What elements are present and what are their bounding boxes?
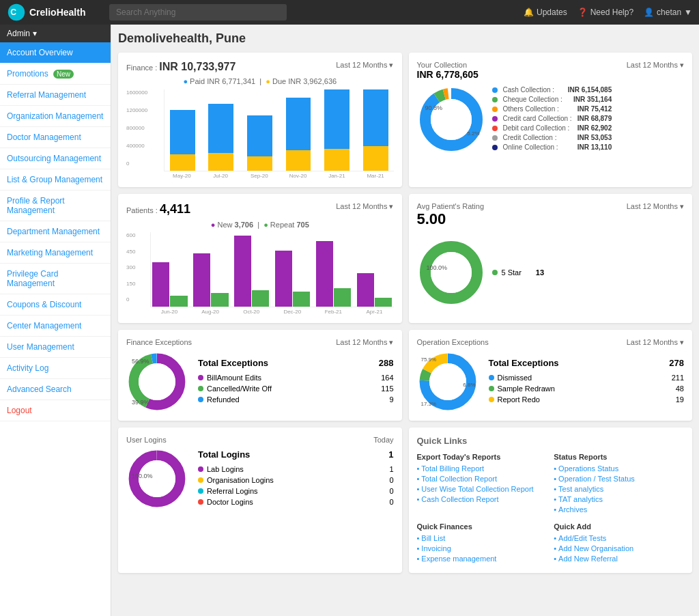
sidebar-item-profile-report[interactable]: Profile & Report Management <box>0 191 111 221</box>
user-icon: 👤 <box>644 8 654 17</box>
svg-text:C: C <box>10 8 16 17</box>
ql-total-billing[interactable]: Total Billing Report <box>417 464 547 473</box>
ql-tat-analytics[interactable]: TAT analytics <box>554 495 684 503</box>
rating-legend: 5 Star 13 <box>492 268 545 277</box>
user-logins-donut: 100.0% <box>126 448 188 509</box>
sidebar-item-organization[interactable]: Organization Management <box>0 106 111 127</box>
quick-links-title: Quick Links <box>417 436 685 446</box>
updates-button[interactable]: 🔔 Updates <box>524 8 567 17</box>
patients-period[interactable]: Last 12 Months ▾ <box>336 202 393 211</box>
sidebar-item-coupons[interactable]: Coupons & Discount <box>0 294 111 316</box>
sidebar-item-marketing[interactable]: Marketing Management <box>0 242 111 264</box>
operation-exceptions-label: Operation Exceptions <box>417 338 489 346</box>
finance-exceptions-period[interactable]: Last 12 Months ▾ <box>336 338 393 347</box>
sidebar-item-referral[interactable]: Referral Management <box>0 85 111 106</box>
help-button[interactable]: ❓ Need Help? <box>577 8 633 17</box>
search-input[interactable] <box>109 4 287 20</box>
user-logins-data: Total Logins 1 Lab Logins 1 Organisation… <box>198 449 394 509</box>
collection-donut: 90.8% 5.2% <box>417 85 485 154</box>
collection-label: Your Collection <box>417 61 479 69</box>
operation-exceptions-period[interactable]: Last 12 Months ▾ <box>627 338 684 347</box>
finance-exceptions-label: Finance Exceptions <box>126 338 192 346</box>
chevron-down-icon: ▼ <box>684 8 692 17</box>
finance-paid-due: ● Paid INR 6,771,341 | ● Due INR 3,962,6… <box>126 77 394 85</box>
sidebar-item-privilege[interactable]: Privilege Card Management <box>0 264 111 294</box>
quick-finances-section: Quick Finances Bill List Invoicing Expen… <box>417 522 547 565</box>
collection-legend: Cash Collection :INR 6,154,085 Cheque Co… <box>492 86 612 153</box>
admin-label: Admin <box>7 29 30 38</box>
finance-links-title: Quick Finances <box>417 522 547 531</box>
finance-exceptions-donut: 56.9% 39.9% <box>126 351 188 412</box>
patients-card: Patients : 4,411 Last 12 Months ▾ ● New … <box>118 194 402 323</box>
ql-add-referral[interactable]: Add New Referral <box>554 555 684 563</box>
user-menu[interactable]: 👤 chetan ▼ <box>644 8 692 17</box>
patients-new-repeat: ● New 3,706 | ● Repeat 705 <box>126 221 394 229</box>
user-logins-card: User Logins Today 100.0% Total Logins <box>118 428 402 573</box>
finance-label: Finance : <box>126 64 159 72</box>
rating-donut: 100.0% <box>417 238 485 307</box>
user-logins-period: Today <box>373 436 393 444</box>
page-title: Demolivehealth, Pune <box>118 31 692 46</box>
quick-links-card: Quick Links Export Today's Reports Total… <box>409 428 693 573</box>
export-title: Export Today's Reports <box>417 453 547 461</box>
ql-add-org[interactable]: Add New Organisation <box>554 544 684 552</box>
logo: C CrelioHealth <box>7 3 102 22</box>
quick-add-section: Quick Add Add/Edit Tests Add New Organis… <box>554 522 684 565</box>
finance-total: INR 10,733,977 <box>159 61 236 72</box>
avg-rating-value: 5.00 <box>417 210 485 228</box>
sidebar-item-list-group[interactable]: List & Group Management <box>0 169 111 191</box>
sidebar-item-advanced-search[interactable]: Advanced Search <box>0 379 111 400</box>
operation-exceptions-donut: 75.9% 6.8% 17.3% <box>417 351 479 412</box>
bell-icon: 🔔 <box>524 8 534 17</box>
finance-period[interactable]: Last 12 Months ▾ <box>336 61 393 70</box>
logo-icon: C <box>7 3 26 22</box>
svg-point-11 <box>139 363 175 400</box>
topbar: C CrelioHealth 🔔 Updates ❓ Need Help? 👤 … <box>0 0 699 25</box>
sidebar-item-logout[interactable]: Logout <box>0 400 111 421</box>
sidebar-item-account-overview[interactable]: Account Overview <box>0 42 111 64</box>
ql-invoicing[interactable]: Invoicing <box>417 544 547 552</box>
export-reports-section: Export Today's Reports Total Billing Rep… <box>417 453 547 516</box>
sidebar-item-user[interactable]: User Management <box>0 337 111 358</box>
user-logins-label: User Logins <box>126 436 167 444</box>
main-content: Demolivehealth, Pune Finance : INR 10,73… <box>111 25 699 616</box>
ql-cash-collection[interactable]: Cash Collection Report <box>417 495 547 503</box>
patients-label: Patients : <box>126 206 160 214</box>
help-icon: ❓ <box>577 8 588 17</box>
status-title: Status Reports <box>554 453 684 461</box>
ql-operation-test-status[interactable]: Operation / Test Status <box>554 475 684 483</box>
ql-expense[interactable]: Expense management <box>417 555 547 563</box>
sidebar-item-doctor[interactable]: Doctor Management <box>0 127 111 148</box>
ql-archives[interactable]: Archives <box>554 505 684 514</box>
operation-exceptions-card: Operation Exceptions Last 12 Months ▾ 75… <box>409 330 693 421</box>
status-reports-section: Status Reports Operations Status Operati… <box>554 453 684 516</box>
topbar-right: 🔔 Updates ❓ Need Help? 👤 chetan ▼ <box>524 8 692 17</box>
sidebar-item-outsourcing[interactable]: Outsourcing Management <box>0 148 111 169</box>
ql-total-collection[interactable]: Total Collection Report <box>417 475 547 483</box>
avg-rating-card: Avg Patient's Rating 5.00 Last 12 Months… <box>409 194 693 323</box>
ql-operations-status[interactable]: Operations Status <box>554 464 684 473</box>
ql-user-wise[interactable]: User Wise Total Collection Report <box>417 485 547 493</box>
patients-total: 4,411 <box>160 202 190 216</box>
sidebar-item-promotions[interactable]: Promotions New <box>0 64 111 85</box>
add-title: Quick Add <box>554 522 684 531</box>
avg-rating-label: Avg Patient's Rating <box>417 202 485 210</box>
collection-total: INR 6,778,605 <box>417 69 479 80</box>
logo-text: CrelioHealth <box>29 7 85 18</box>
operation-exceptions-data: Total Exceptions 278 Dismissed 211 Sampl… <box>489 358 685 406</box>
avg-rating-period[interactable]: Last 12 Months ▾ <box>627 202 684 211</box>
admin-menu[interactable]: Admin ▾ <box>0 25 111 42</box>
collection-card: Your Collection INR 6,778,605 Last 12 Mo… <box>409 53 693 187</box>
ql-test-analytics[interactable]: Test analytics <box>554 485 684 493</box>
collection-period[interactable]: Last 12 Months ▾ <box>627 61 684 70</box>
finance-exceptions-card: Finance Exceptions Last 12 Months ▾ 56.9… <box>118 330 402 421</box>
ql-bill-list[interactable]: Bill List <box>417 534 547 542</box>
chevron-down-icon: ▾ <box>33 29 37 38</box>
ql-add-tests[interactable]: Add/Edit Tests <box>554 534 684 542</box>
sidebar-item-center[interactable]: Center Management <box>0 316 111 337</box>
finance-card: Finance : INR 10,733,977 Last 12 Months … <box>118 53 402 187</box>
sidebar-item-department[interactable]: Department Management <box>0 221 111 242</box>
sidebar: Admin ▾ Account Overview Promotions New … <box>0 25 111 616</box>
sidebar-item-activity[interactable]: Activity Log <box>0 358 111 379</box>
finance-exceptions-data: Total Exceptions 288 BillAmount Edits 16… <box>198 358 394 406</box>
